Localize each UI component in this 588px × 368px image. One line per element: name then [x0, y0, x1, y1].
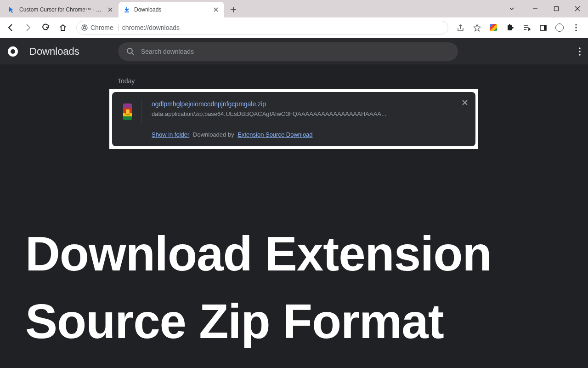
toolbar-actions — [454, 21, 585, 34]
chip-label: Chrome — [90, 24, 113, 31]
svg-rect-0 — [554, 7, 559, 11]
star-icon[interactable] — [470, 21, 483, 34]
maximize-button[interactable] — [546, 2, 567, 16]
svg-point-9 — [11, 49, 15, 54]
close-icon[interactable] — [212, 6, 220, 13]
tab-title: Downloads — [134, 6, 209, 13]
chevron-down-icon[interactable] — [503, 2, 520, 16]
svg-point-2 — [84, 27, 86, 29]
chrome-logo-icon — [7, 46, 18, 57]
svg-point-10 — [127, 48, 132, 53]
tab-strip: Custom Cursor for Chrome™ - Ch Downloads — [0, 0, 240, 17]
chrome-icon — [81, 24, 88, 31]
close-window-button[interactable] — [567, 2, 588, 16]
window-titlebar: Custom Cursor for Chrome™ - Ch Downloads — [0, 0, 588, 17]
search-placeholder: Search downloads — [141, 48, 194, 55]
file-type-icon — [123, 100, 141, 123]
download-icon — [123, 6, 130, 13]
url-text: chrome://downloads — [122, 24, 180, 31]
section-label: Today — [118, 77, 135, 85]
tab-title: Custom Cursor for Chrome™ - Ch — [19, 6, 103, 13]
svg-point-7 — [575, 29, 577, 31]
overlay-heading: Download Extension Source Zip Format — [25, 220, 492, 355]
forward-button[interactable] — [20, 20, 36, 35]
download-filename-link[interactable]: ogdlpmhglpejoiomcodnpjnfgcpmgale.zip — [152, 100, 464, 108]
home-button[interactable] — [55, 20, 71, 35]
highlight-frame: ogdlpmhglpejoiomcodnpjnfgcpmgale.zip dat… — [109, 89, 478, 149]
download-actions: Show in folder Downloaded by Extension S… — [152, 131, 464, 138]
overlay-line-2: Source Zip Format — [25, 288, 492, 355]
playlist-icon[interactable] — [520, 21, 533, 34]
svg-point-11 — [579, 47, 581, 49]
download-info: ogdlpmhglpejoiomcodnpjnfgcpmgale.zip dat… — [152, 100, 464, 138]
downloads-header: Downloads Search downloads — [0, 38, 588, 64]
svg-rect-4 — [544, 25, 546, 30]
favicon-cursor-icon — [8, 6, 16, 13]
svg-point-5 — [575, 24, 577, 25]
search-icon — [126, 47, 135, 56]
tab-custom-cursor[interactable]: Custom Cursor for Chrome™ - Ch — [4, 2, 119, 17]
downloaded-by-label: Downloaded by — [193, 131, 234, 138]
tab-downloads[interactable]: Downloads — [119, 2, 224, 17]
share-icon[interactable] — [454, 21, 467, 34]
extensions-icon[interactable] — [503, 21, 516, 34]
extension-color-icon[interactable] — [487, 21, 500, 34]
back-button[interactable] — [3, 20, 18, 35]
sidepanel-icon[interactable] — [537, 21, 549, 34]
svg-point-6 — [575, 27, 577, 28]
downloaded-by-extension-link[interactable]: Extension Source Download — [237, 131, 312, 138]
download-source: data:application/zip;base64,UEsDBBQACAgI… — [152, 110, 409, 117]
page-menu-icon[interactable] — [579, 47, 581, 56]
svg-point-12 — [579, 51, 581, 52]
new-tab-button[interactable] — [227, 3, 240, 16]
minimize-button[interactable] — [525, 2, 546, 16]
profile-avatar[interactable] — [553, 21, 566, 34]
site-info-chip[interactable]: Chrome — [81, 24, 119, 31]
downloads-content: Today ogdlpmhglpejoiomcodnpjnfgcpmgale.z… — [0, 64, 588, 368]
download-item: ogdlpmhglpejoiomcodnpjnfgcpmgale.zip dat… — [112, 92, 475, 146]
close-icon[interactable] — [107, 6, 114, 13]
window-controls — [503, 0, 588, 17]
remove-download-button[interactable] — [462, 99, 468, 106]
address-bar[interactable]: Chrome chrome://downloads — [76, 21, 448, 34]
chrome-menu-icon[interactable] — [570, 21, 582, 34]
toolbar: Chrome chrome://downloads — [0, 17, 588, 38]
zip-archive-icon — [123, 104, 132, 120]
reload-button[interactable] — [38, 20, 53, 35]
show-in-folder-link[interactable]: Show in folder — [152, 131, 189, 138]
page-title: Downloads — [29, 46, 79, 58]
search-input[interactable]: Search downloads — [118, 42, 458, 61]
svg-point-13 — [579, 54, 581, 56]
overlay-line-1: Download Extension — [25, 220, 492, 288]
